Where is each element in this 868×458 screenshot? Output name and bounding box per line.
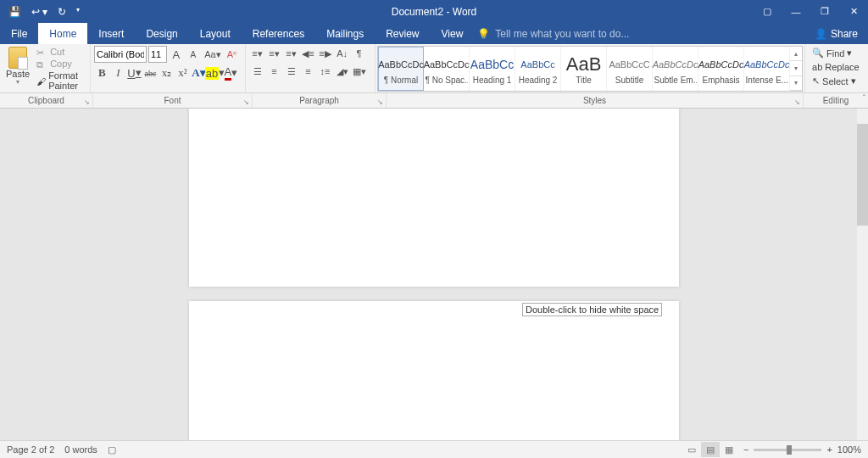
group-font: A A Aa▾ Aᵉ B I U▾ abc x₂ x² A▾ ab▾ A▾ (91, 44, 246, 92)
style---normal[interactable]: AaBbCcDc¶ Normal (378, 47, 424, 91)
bullets-button[interactable]: ≡▾ (249, 46, 266, 61)
group-paragraph: ≡▾ ≡▾ ≡▾ ◀≡ ≡▶ A↓ ¶ ☰ ≡ ☰ ≡ ↕≡ ◢▾ ▦▾ (246, 44, 376, 92)
style-title[interactable]: AaBTitle (561, 47, 607, 91)
page-gap[interactable] (0, 287, 868, 301)
editing-label: Editing (823, 96, 849, 105)
increase-indent-button[interactable]: ≡▶ (317, 46, 334, 61)
word-count[interactable]: 0 words (64, 444, 97, 455)
font-size-select[interactable] (148, 46, 167, 63)
font-color-button[interactable]: A▾ (223, 65, 239, 81)
align-center-button[interactable]: ≡ (266, 64, 283, 79)
status-bar: Page 2 of 2 0 words ▢ ▭ ▤ ▦ − + 100% (0, 440, 868, 458)
page-indicator[interactable]: Page 2 of 2 (7, 444, 54, 455)
find-button[interactable]: 🔍Find ▾ (809, 46, 855, 60)
minimize-button[interactable]: — (782, 0, 810, 23)
shading-button[interactable]: ◢▾ (334, 64, 351, 79)
style-heading-2[interactable]: AaBbCcHeading 2 (515, 47, 561, 91)
page-2[interactable] (189, 301, 679, 440)
scrollbar-thumb[interactable] (857, 124, 868, 226)
align-left-button[interactable]: ☰ (249, 64, 266, 79)
clipboard-label: Clipboard (28, 96, 64, 105)
zoom-level[interactable]: 100% (837, 444, 861, 455)
zoom-slider[interactable] (754, 449, 821, 451)
ribbon-display-icon[interactable]: ▢ (753, 0, 782, 23)
superscript-button[interactable]: x² (175, 65, 191, 81)
replace-icon: ab (812, 62, 822, 72)
styles-more[interactable]: ▾ (790, 76, 802, 91)
styles-launcher[interactable]: ↘ (794, 98, 800, 106)
read-mode-button[interactable]: ▭ (682, 442, 701, 457)
style-subtitle[interactable]: AaBbCcCSubtitle (607, 47, 653, 91)
show-marks-button[interactable]: ¶ (351, 46, 368, 61)
document-area: Double-click to hide white space (0, 109, 868, 440)
styles-down[interactable]: ▾ (790, 61, 802, 75)
tab-references[interactable]: References (242, 23, 315, 44)
format-painter-button[interactable]: 🖌Format Painter (34, 70, 86, 92)
underline-button[interactable]: U▾ (126, 65, 142, 81)
font-launcher[interactable]: ↘ (243, 98, 249, 106)
tab-home[interactable]: Home (38, 23, 87, 44)
borders-button[interactable]: ▦▾ (351, 64, 368, 79)
redo-icon[interactable]: ↻ (58, 6, 66, 18)
change-case-button[interactable]: Aa▾ (203, 47, 223, 62)
page-1[interactable] (189, 109, 679, 287)
copy-button[interactable]: ⧉Copy (34, 58, 86, 70)
select-button[interactable]: ↖Select ▾ (809, 74, 860, 88)
tab-view[interactable]: View (431, 23, 475, 44)
tab-mailings[interactable]: Mailings (315, 23, 375, 44)
style-intense-e---[interactable]: AaBbCcDcIntense E... (744, 47, 790, 91)
restore-button[interactable]: ❐ (810, 0, 839, 23)
cut-button[interactable]: ✂Cut (34, 46, 86, 58)
web-layout-button[interactable]: ▦ (720, 442, 738, 457)
bold-button[interactable]: B (94, 65, 110, 81)
window-controls: ▢ — ❐ ✕ (753, 0, 868, 23)
quick-access-toolbar: 💾 ↩ ▾ ↻ ▾ (0, 6, 80, 18)
paragraph-launcher[interactable]: ↘ (377, 98, 383, 106)
zoom-in-button[interactable]: + (826, 444, 832, 455)
style-emphasis[interactable]: AaBbCcDcEmphasis (698, 47, 744, 91)
justify-button[interactable]: ≡ (300, 64, 317, 79)
close-button[interactable]: ✕ (839, 0, 868, 23)
replace-button[interactable]: abReplace (809, 60, 863, 74)
style-subtle-em---[interactable]: AaBbCcDcSubtle Em... (653, 47, 698, 91)
grow-font-button[interactable]: A (169, 47, 184, 62)
numbering-button[interactable]: ≡▾ (266, 46, 283, 61)
sort-button[interactable]: A↓ (334, 46, 351, 61)
style---no-spac---[interactable]: AaBbCcDc¶ No Spac... (424, 47, 470, 91)
vertical-scrollbar[interactable] (857, 109, 868, 440)
save-icon[interactable]: 💾 (8, 6, 21, 18)
highlight-button[interactable]: ab▾ (207, 65, 223, 81)
shrink-font-button[interactable]: A (186, 47, 201, 62)
collapse-ribbon-button[interactable]: ˆ (863, 94, 865, 103)
tab-layout[interactable]: Layout (189, 23, 242, 44)
strike-button[interactable]: abc (142, 65, 159, 81)
scissors-icon: ✂ (36, 47, 47, 57)
whitespace-tooltip: Double-click to hide white space (522, 303, 662, 316)
tell-me-search[interactable]: 💡 Tell me what you want to do... (474, 23, 804, 44)
share-button[interactable]: 👤 Share (804, 23, 868, 44)
subscript-button[interactable]: x₂ (159, 65, 175, 81)
styles-up[interactable]: ▴ (790, 47, 802, 61)
undo-icon[interactable]: ↩ ▾ (31, 6, 47, 18)
tab-insert[interactable]: Insert (87, 23, 135, 44)
decrease-indent-button[interactable]: ◀≡ (300, 46, 317, 61)
clear-format-button[interactable]: Aᵉ (225, 47, 240, 62)
zoom-out-button[interactable]: − (743, 444, 748, 455)
person-icon: 👤 (815, 28, 827, 40)
proofing-icon[interactable]: ▢ (108, 444, 116, 455)
clipboard-launcher[interactable]: ↘ (84, 98, 90, 106)
font-name-select[interactable] (94, 46, 147, 63)
tab-review[interactable]: Review (375, 23, 430, 44)
line-spacing-button[interactable]: ↕≡ (317, 64, 334, 79)
tab-design[interactable]: Design (135, 23, 188, 44)
search-icon: 🔍 (812, 47, 824, 59)
style-heading-1[interactable]: AaBbCcHeading 1 (470, 47, 515, 91)
qat-customize-icon[interactable]: ▾ (76, 6, 80, 18)
multilevel-button[interactable]: ≡▾ (283, 46, 300, 61)
align-right-button[interactable]: ☰ (283, 64, 300, 79)
paste-button[interactable]: Paste ▼ (3, 46, 32, 86)
print-layout-button[interactable]: ▤ (701, 442, 720, 457)
tab-file[interactable]: File (0, 23, 38, 44)
group-clipboard: Paste ▼ ✂Cut ⧉Copy 🖌Format Painter (0, 44, 91, 92)
italic-button[interactable]: I (110, 65, 126, 81)
